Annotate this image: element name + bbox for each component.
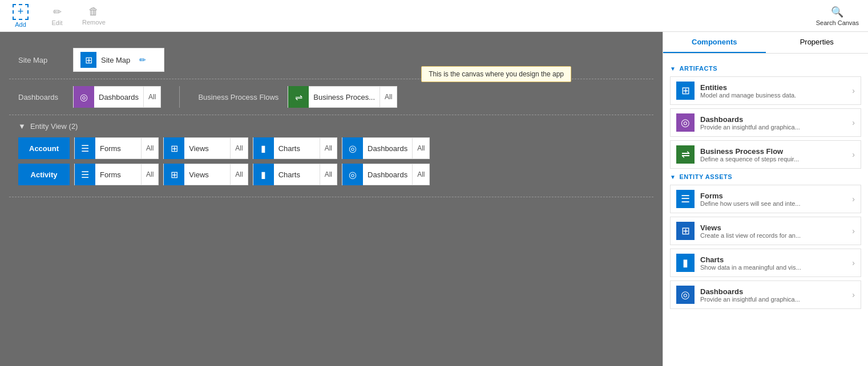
activity-charts-icon: ▮ [253,164,274,185]
panel-views-title: Views [700,223,846,232]
panel-views-desc: Create a list view of records for an... [700,232,846,239]
bpf-name: Business Proces... [309,93,380,101]
account-charts-box[interactable]: ▮ Charts All [253,137,337,159]
account-views-all[interactable]: All [230,138,247,158]
account-views-box[interactable]: ⊞ Views All [163,137,248,159]
panel-dashboards2-icon: ◎ [676,286,695,304]
artifacts-header-label: ARTIFACTS [679,65,717,72]
add-button[interactable]: + Add [9,4,32,28]
account-entity-button[interactable]: Account [18,137,70,159]
activity-dashboards-all[interactable]: All [412,164,429,185]
panel-charts-title: Charts [700,255,846,264]
artifacts-section-header: ▼ ARTIFACTS [670,65,861,72]
account-dashboards-all[interactable]: All [412,138,429,158]
panel-bpf-text: Business Process Flow Define a sequence … [700,147,846,162]
panel-item-bpf[interactable]: ⇌ Business Process Flow Define a sequenc… [670,140,861,169]
tab-properties[interactable]: Properties [766,32,869,53]
tab-components[interactable]: Components [663,32,766,53]
activity-dashboards-icon: ◎ [342,164,363,185]
row-divider [179,86,180,108]
panel-forms-text: Forms Define how users will see and inte… [700,192,846,207]
panel-dashboards-text: Dashboards Provide an insightful and gra… [700,115,846,131]
site-map-name: Site Map [101,56,130,64]
account-dashboards-name: Dashboards [363,144,412,153]
remove-label: Remove [82,19,106,26]
activity-forms-all[interactable]: All [141,164,158,185]
bpf-all-btn[interactable]: All [380,87,397,107]
account-views-icon: ⊞ [164,137,184,159]
account-forms-box[interactable]: ☰ Forms All [74,137,159,159]
remove-button[interactable]: 🗑 Remove [82,6,106,26]
account-charts-icon: ▮ [253,137,274,159]
dashboards-component-box[interactable]: ◎ Dashboards All [73,86,161,108]
entities-text: Entities Model and manage business data. [700,83,846,99]
panel-views-icon: ⊞ [676,222,695,240]
dashboards-row-label: Dashboards [18,93,64,101]
panel-views-text: Views Create a list view of records for … [700,223,846,239]
site-map-icon: ⊞ [80,52,96,68]
account-charts-name: Charts [274,144,320,153]
activity-charts-name: Charts [274,170,320,179]
panel-dashboards2-desc: Provide an insightful and graphica... [700,296,846,303]
edit-label: Edit [52,19,63,26]
entities-title: Entities [700,83,846,92]
site-map-edit-icon[interactable]: ✏ [139,55,146,64]
bpf-row-label: Business Process Flows [198,93,278,101]
entity-view-title: Entity View (2) [30,122,78,131]
account-charts-all[interactable]: All [320,138,337,158]
panel-item-dashboards[interactable]: ◎ Dashboards Provide an insightful and g… [670,108,861,137]
panel-dashboards2-text: Dashboards Provide an insightful and gra… [700,287,846,303]
bpf-component-box[interactable]: ⇌ Business Proces... All [288,86,397,108]
main-layout: This is the canvas where you design the … [0,32,868,366]
right-panel: Components Properties ▼ ARTIFACTS ⊞ Enti… [663,32,868,366]
panel-item-views[interactable]: ⊞ Views Create a list view of records fo… [670,217,861,245]
activity-forms-icon: ☰ [75,164,95,185]
activity-dashboards-name: Dashboards [363,170,412,179]
panel-dashboards-title: Dashboards [700,115,846,124]
dashboards-icon: ◎ [74,86,94,108]
activity-views-all[interactable]: All [230,164,247,185]
panel-dashboards2-chevron: › [852,290,855,299]
entities-icon: ⊞ [676,82,695,100]
entity-view-chevron: ▼ [18,122,26,131]
account-views-name: Views [184,144,230,153]
account-dashboards-box[interactable]: ◎ Dashboards All [342,137,430,159]
panel-charts-chevron: › [852,258,855,267]
panel-tabs: Components Properties [663,32,868,54]
panel-item-charts[interactable]: ▮ Charts Show data in a meaningful and v… [670,249,861,277]
panel-bpf-title: Business Process Flow [700,147,846,156]
site-map-box[interactable]: ⊞ Site Map ✏ [73,48,164,72]
canvas-tooltip: This is the canvas where you design the … [421,66,571,82]
activity-views-box[interactable]: ⊞ Views All [163,164,248,185]
panel-item-entities[interactable]: ⊞ Entities Model and manage business dat… [670,76,861,105]
add-label: Add [15,21,26,28]
activity-forms-box[interactable]: ☰ Forms All [74,164,159,185]
account-forms-name: Forms [95,144,141,153]
activity-dashboards-box[interactable]: ◎ Dashboards All [342,164,430,185]
panel-charts-text: Charts Show data in a meaningful and vis… [700,255,846,271]
panel-charts-desc: Show data in a meaningful and vis... [700,264,846,271]
add-icon: + [13,4,29,20]
activity-charts-all[interactable]: All [320,164,337,185]
toolbar: + Add ✏ Edit 🗑 Remove 🔍 Search Canvas [0,0,868,32]
activity-charts-box[interactable]: ▮ Charts All [253,164,337,185]
panel-item-forms[interactable]: ☰ Forms Define how users will see and in… [670,185,861,213]
panel-forms-chevron: › [852,194,855,204]
search-canvas-button[interactable]: 🔍 Search Canvas [816,6,859,26]
entity-view-header[interactable]: ▼ Entity View (2) [18,122,644,131]
panel-forms-desc: Define how users will see and inte... [700,200,846,207]
activity-entity-button[interactable]: Activity [18,164,70,185]
remove-icon: 🗑 [88,6,99,18]
dashboards-all-btn[interactable]: All [143,87,160,107]
account-forms-icon: ☰ [75,137,95,159]
panel-item-dashboards2[interactable]: ◎ Dashboards Provide an insightful and g… [670,280,861,309]
panel-dashboards-desc: Provide an insightful and graphica... [700,124,846,131]
panel-dashboards-icon: ◎ [676,113,695,132]
panel-forms-icon: ☰ [676,190,695,208]
entities-chevron: › [852,86,855,95]
panel-bpf-icon: ⇌ [676,145,695,164]
account-dashboards-icon: ◎ [342,137,363,159]
account-forms-all[interactable]: All [141,138,158,158]
edit-button[interactable]: ✏ Edit [46,6,68,26]
search-icon: 🔍 [831,6,843,18]
